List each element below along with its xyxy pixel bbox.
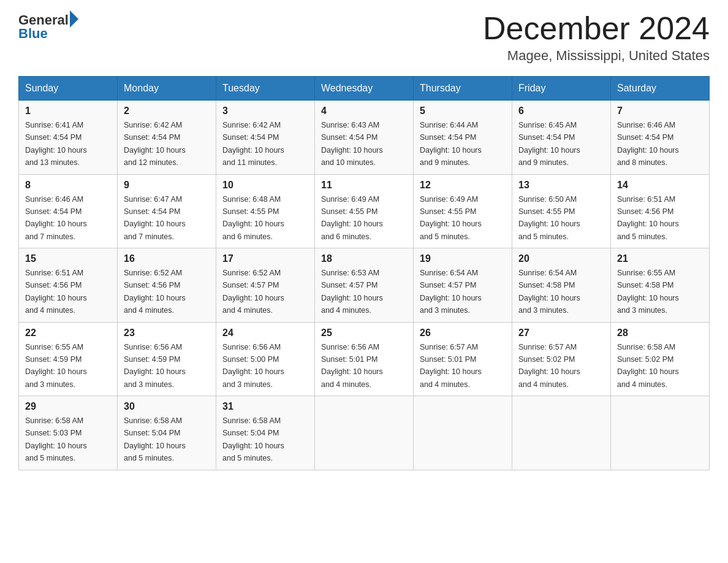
day-number: 28	[617, 327, 703, 339]
table-row: 24 Sunrise: 6:56 AMSunset: 5:00 PMDaylig…	[216, 322, 315, 396]
table-row: 10 Sunrise: 6:48 AMSunset: 4:55 PMDaylig…	[216, 174, 315, 248]
day-info: Sunrise: 6:47 AMSunset: 4:54 PMDaylight:…	[124, 195, 186, 241]
table-row: 29 Sunrise: 6:58 AMSunset: 5:03 PMDaylig…	[19, 396, 118, 470]
day-info: Sunrise: 6:52 AMSunset: 4:56 PMDaylight:…	[124, 269, 186, 315]
table-row: 8 Sunrise: 6:46 AMSunset: 4:54 PMDayligh…	[19, 174, 118, 248]
table-row: 5 Sunrise: 6:44 AMSunset: 4:54 PMDayligh…	[414, 101, 512, 175]
table-row: 11 Sunrise: 6:49 AMSunset: 4:55 PMDaylig…	[315, 174, 414, 248]
table-row: 30 Sunrise: 6:58 AMSunset: 5:04 PMDaylig…	[118, 396, 216, 470]
day-info: Sunrise: 6:45 AMSunset: 4:54 PMDaylight:…	[518, 121, 580, 167]
table-row: 12 Sunrise: 6:49 AMSunset: 4:55 PMDaylig…	[414, 174, 512, 248]
day-number: 15	[25, 253, 111, 264]
day-info: Sunrise: 6:43 AMSunset: 4:54 PMDaylight:…	[321, 121, 383, 167]
table-row: 20 Sunrise: 6:54 AMSunset: 4:58 PMDaylig…	[512, 248, 611, 323]
location-subtitle: Magee, Mississippi, United States	[483, 48, 710, 64]
day-number: 1	[25, 105, 111, 117]
day-info: Sunrise: 6:57 AMSunset: 5:01 PMDaylight:…	[420, 343, 482, 389]
table-row: 31 Sunrise: 6:58 AMSunset: 5:04 PMDaylig…	[216, 396, 315, 470]
table-row: 19 Sunrise: 6:54 AMSunset: 4:57 PMDaylig…	[414, 248, 512, 323]
table-row: 2 Sunrise: 6:42 AMSunset: 4:54 PMDayligh…	[118, 101, 216, 175]
day-number: 14	[617, 180, 703, 191]
day-info: Sunrise: 6:56 AMSunset: 5:01 PMDaylight:…	[321, 343, 383, 389]
day-info: Sunrise: 6:50 AMSunset: 4:55 PMDaylight:…	[518, 195, 580, 241]
calendar-week-row: 8 Sunrise: 6:46 AMSunset: 4:54 PMDayligh…	[19, 174, 710, 248]
day-number: 23	[124, 327, 210, 339]
table-row: 9 Sunrise: 6:47 AMSunset: 4:54 PMDayligh…	[118, 174, 216, 248]
table-row: 4 Sunrise: 6:43 AMSunset: 4:54 PMDayligh…	[315, 101, 414, 175]
header-friday: Friday	[512, 77, 611, 101]
day-info: Sunrise: 6:58 AMSunset: 5:02 PMDaylight:…	[617, 343, 679, 389]
table-row: 1 Sunrise: 6:41 AMSunset: 4:54 PMDayligh…	[19, 101, 118, 175]
table-row: 16 Sunrise: 6:52 AMSunset: 4:56 PMDaylig…	[118, 248, 216, 323]
day-info: Sunrise: 6:51 AMSunset: 4:56 PMDaylight:…	[617, 195, 679, 241]
title-section: December 2024 Magee, Mississippi, United…	[483, 12, 710, 64]
table-row: 15 Sunrise: 6:51 AMSunset: 4:56 PMDaylig…	[19, 248, 118, 323]
header-sunday: Sunday	[19, 77, 118, 101]
header-monday: Monday	[118, 77, 216, 101]
day-number: 4	[321, 105, 407, 117]
day-number: 12	[420, 180, 506, 191]
day-number: 21	[617, 253, 703, 264]
day-number: 5	[420, 105, 506, 117]
day-info: Sunrise: 6:42 AMSunset: 4:54 PMDaylight:…	[222, 121, 284, 167]
day-number: 9	[124, 180, 210, 191]
table-row: 28 Sunrise: 6:58 AMSunset: 5:02 PMDaylig…	[611, 322, 710, 396]
day-number: 17	[222, 253, 308, 264]
day-number: 27	[518, 327, 604, 339]
day-number: 24	[222, 327, 308, 339]
day-info: Sunrise: 6:49 AMSunset: 4:55 PMDaylight:…	[321, 195, 383, 241]
day-number: 7	[617, 105, 703, 117]
day-number: 29	[25, 401, 111, 412]
header-saturday: Saturday	[611, 77, 710, 101]
day-number: 11	[321, 180, 407, 191]
day-info: Sunrise: 6:56 AMSunset: 5:00 PMDaylight:…	[222, 343, 284, 389]
day-info: Sunrise: 6:57 AMSunset: 5:02 PMDaylight:…	[518, 343, 580, 389]
table-row: 22 Sunrise: 6:55 AMSunset: 4:59 PMDaylig…	[19, 322, 118, 396]
day-info: Sunrise: 6:46 AMSunset: 4:54 PMDaylight:…	[617, 121, 679, 167]
table-row	[611, 396, 710, 470]
day-info: Sunrise: 6:51 AMSunset: 4:56 PMDaylight:…	[25, 269, 87, 315]
month-year-title: December 2024	[483, 12, 710, 44]
table-row: 23 Sunrise: 6:56 AMSunset: 4:59 PMDaylig…	[118, 322, 216, 396]
calendar-week-row: 29 Sunrise: 6:58 AMSunset: 5:03 PMDaylig…	[19, 396, 710, 470]
day-info: Sunrise: 6:55 AMSunset: 4:58 PMDaylight:…	[617, 269, 679, 315]
day-info: Sunrise: 6:46 AMSunset: 4:54 PMDaylight:…	[25, 195, 87, 241]
day-info: Sunrise: 6:42 AMSunset: 4:54 PMDaylight:…	[124, 121, 186, 167]
day-info: Sunrise: 6:58 AMSunset: 5:04 PMDaylight:…	[222, 416, 284, 462]
header-thursday: Thursday	[414, 77, 512, 101]
table-row: 14 Sunrise: 6:51 AMSunset: 4:56 PMDaylig…	[611, 174, 710, 248]
day-number: 13	[518, 180, 604, 191]
table-row	[414, 396, 512, 470]
day-info: Sunrise: 6:52 AMSunset: 4:57 PMDaylight:…	[222, 269, 284, 315]
day-number: 6	[518, 105, 604, 117]
table-row: 25 Sunrise: 6:56 AMSunset: 5:01 PMDaylig…	[315, 322, 414, 396]
day-number: 16	[124, 253, 210, 264]
day-info: Sunrise: 6:56 AMSunset: 4:59 PMDaylight:…	[124, 343, 186, 389]
logo-arrow-icon	[70, 10, 78, 28]
day-number: 18	[321, 253, 407, 264]
day-number: 19	[420, 253, 506, 264]
day-number: 8	[25, 180, 111, 191]
day-info: Sunrise: 6:54 AMSunset: 4:58 PMDaylight:…	[518, 269, 580, 315]
day-number: 2	[124, 105, 210, 117]
page-header: General Blue December 2024 Magee, Missis…	[18, 12, 710, 64]
day-info: Sunrise: 6:53 AMSunset: 4:57 PMDaylight:…	[321, 269, 383, 315]
day-info: Sunrise: 6:58 AMSunset: 5:03 PMDaylight:…	[25, 416, 87, 462]
table-row: 3 Sunrise: 6:42 AMSunset: 4:54 PMDayligh…	[216, 101, 315, 175]
logo: General Blue	[18, 12, 78, 42]
day-info: Sunrise: 6:44 AMSunset: 4:54 PMDaylight:…	[420, 121, 482, 167]
day-number: 22	[25, 327, 111, 339]
day-number: 31	[222, 401, 308, 412]
calendar-week-row: 1 Sunrise: 6:41 AMSunset: 4:54 PMDayligh…	[19, 101, 710, 175]
day-info: Sunrise: 6:54 AMSunset: 4:57 PMDaylight:…	[420, 269, 482, 315]
table-row: 6 Sunrise: 6:45 AMSunset: 4:54 PMDayligh…	[512, 101, 611, 175]
logo-blue-text: Blue	[18, 26, 78, 42]
table-row: 21 Sunrise: 6:55 AMSunset: 4:58 PMDaylig…	[611, 248, 710, 323]
day-number: 30	[124, 401, 210, 412]
table-row	[512, 396, 611, 470]
table-row: 17 Sunrise: 6:52 AMSunset: 4:57 PMDaylig…	[216, 248, 315, 323]
day-number: 26	[420, 327, 506, 339]
table-row: 26 Sunrise: 6:57 AMSunset: 5:01 PMDaylig…	[414, 322, 512, 396]
calendar-table: Sunday Monday Tuesday Wednesday Thursday…	[18, 76, 710, 470]
day-number: 25	[321, 327, 407, 339]
